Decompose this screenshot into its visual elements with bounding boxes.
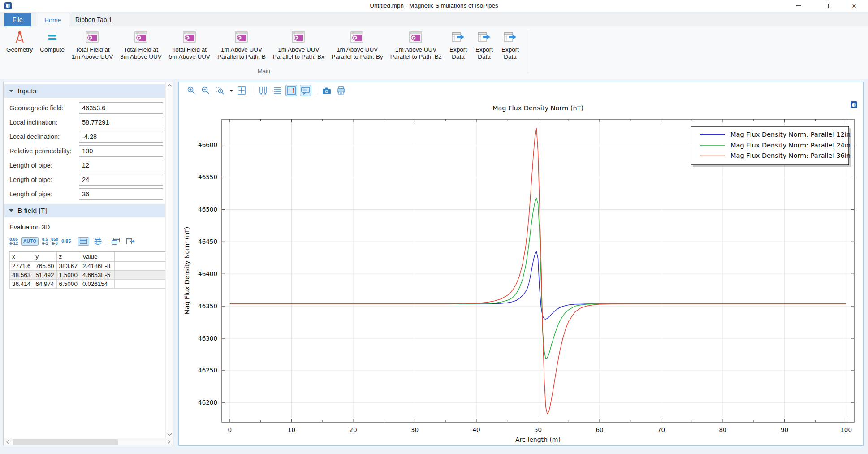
legend-toggle-button[interactable] [285,85,297,96]
ribbon-button-label: Total Field at3m Above UUV [120,46,161,61]
ribbon-button-label: Compute [40,46,65,53]
ribbon-button-1m-above-uuv-parallel-to-path-b[interactable]: 1m Above UUVParallel to Path: B [214,29,269,61]
close-icon: × [852,2,856,10]
svg-text:70: 70 [657,426,665,433]
zoom-extents-icon [237,86,246,95]
horizontal-scrollbar[interactable] [4,438,173,445]
tooltip-toggle-button[interactable] [300,85,311,96]
copy-table-button[interactable] [110,237,121,246]
restore-button[interactable] [812,0,840,12]
inputs-section-title: Inputs [17,87,36,95]
svg-text:40: 40 [472,426,480,433]
table-cell: 383.67 [56,262,80,271]
zoom-out-button[interactable] [200,85,212,96]
scroll-down-icon[interactable] [167,432,172,436]
ribbon-button-label: ExportData [501,46,519,61]
table-cell: 2771.6 [10,262,33,271]
scroll-up-icon[interactable] [167,84,172,87]
svg-text:46450: 46450 [198,238,217,245]
ribbon-button-1m-above-uuv-parallel-to-path-by[interactable]: 1m Above UUVParallel to Path: By [328,29,387,61]
precision-format-button[interactable]: 8.85e-12 [9,237,18,245]
export-data-icon [477,31,491,43]
ribbon-button-export-data[interactable]: ExportData [497,29,523,61]
precision-format-button[interactable]: 850e-3 [51,237,58,245]
svg-text:60: 60 [596,426,603,433]
table-cell: 765.60 [33,262,56,271]
field-input-4[interactable] [79,160,163,171]
column-header: y [33,252,56,262]
field-row: Geomagnetic field: [4,101,166,116]
legend-entry: Mag Flux Density Norm: Parallel 12in [730,131,851,138]
legend-entry: Mag Flux Density Norm: Parallel 36in [730,152,851,159]
svg-text:46550: 46550 [198,173,217,181]
field-input-6[interactable] [79,188,163,200]
field-row: Local inclination: [4,116,166,130]
zoom-extents-button[interactable] [236,85,247,96]
sphere-view-button[interactable] [92,236,104,246]
ribbon-button-compute[interactable]: Compute [36,29,68,54]
ribbon-button-label: Geometry [6,46,33,53]
scrollbar-thumb[interactable] [13,439,118,445]
field-input-3[interactable] [79,145,163,157]
plot-area[interactable]: 0102030405060708090100462004625046300463… [179,99,862,445]
precision-format-button[interactable]: 8.5e-1 [42,237,48,245]
x-grid-icon [258,86,267,95]
field-input-1[interactable] [79,117,163,128]
auto-precision-button[interactable]: AUTO [21,237,39,246]
ribbon-button-total-field-at-5m-above-uuv[interactable]: Total Field at5m Above UUV [165,29,214,61]
y-grid-icon [272,86,281,95]
close-button[interactable]: × [840,0,868,12]
table-cell: 6.5000 [56,280,80,289]
scroll-right-icon[interactable] [165,440,173,444]
field-input-5[interactable] [79,174,163,186]
ribbon-button-geometry[interactable]: Geometry [3,29,36,54]
table-row[interactable]: 48.56351.4921.50004.6653E-5 [10,271,166,280]
compass-icon [13,30,26,44]
grid-x-button[interactable] [257,85,268,96]
table-row[interactable]: 2771.6765.60383.672.4186E-8 [10,262,166,271]
ribbon-button-1m-above-uuv-parallel-to-path-bz[interactable]: 1m Above UUVParallel to Path: Bz [387,29,445,61]
column-header: x [10,252,33,262]
minimize-button[interactable] [785,0,812,12]
column-header: Value [80,252,114,262]
ribbon-button-label: 1m Above UUVParallel to Path: Bz [390,46,442,61]
printer-icon [337,86,345,95]
precision-format-button[interactable]: 0.85 [61,238,71,244]
bfield-section-header[interactable]: B field [T] [4,204,165,217]
zoom-box-icon [216,86,225,95]
svg-text:46350: 46350 [198,303,217,310]
field-input-0[interactable] [79,102,163,114]
grid-y-button[interactable] [271,85,283,96]
tab-home[interactable]: Home [36,13,69,26]
ribbon-button-total-field-at-1m-above-uuv[interactable]: Total Field at1m Above UUV [68,29,117,61]
evaluation-3d-label: Evaluation 3D [9,224,166,231]
inputs-section-header[interactable]: Inputs [4,84,165,98]
tab-ribbon-tab-1[interactable]: Ribbon Tab 1 [67,13,120,26]
scroll-left-icon[interactable] [4,440,12,444]
table-cell: 1.5000 [56,271,80,280]
zoom-in-button[interactable] [186,85,197,96]
ribbon-button-1m-above-uuv-parallel-to-path-bx[interactable]: 1m Above UUVParallel to Path: Bx [269,29,328,61]
dropdown-caret-icon[interactable] [229,90,233,92]
minimize-icon [796,5,801,6]
print-button[interactable] [335,85,347,96]
toolbar-separator [252,86,252,95]
ribbon-button-label: 1m Above UUVParallel to Path: B [217,46,266,61]
camera-button[interactable] [321,85,333,96]
table-cell: 0.026154 [80,280,114,289]
tab-file[interactable]: File [4,13,31,26]
table-icon [80,239,87,244]
table-view-button[interactable] [78,237,89,246]
svg-text:30: 30 [411,426,419,433]
field-input-2[interactable] [79,131,163,143]
window-title: Untitled.mph - Magnetic Simulations of I… [0,2,868,9]
ribbon-button-export-data[interactable]: ExportData [445,29,471,61]
ribbon-button-total-field-at-3m-above-uuv[interactable]: Total Field at3m Above UUV [117,29,165,61]
evaluation-toolbar: 8.85e-12AUTO8.5e-1850e-30.85 [9,235,166,247]
table-row[interactable]: 36.41464.9746.50000.026154 [10,280,166,289]
ribbon-button-export-data[interactable]: ExportData [471,29,497,61]
export-table-button[interactable] [125,237,137,246]
zoom-box-button[interactable] [214,85,226,96]
globe-icon [94,238,102,245]
vertical-scrollbar[interactable] [165,82,173,438]
